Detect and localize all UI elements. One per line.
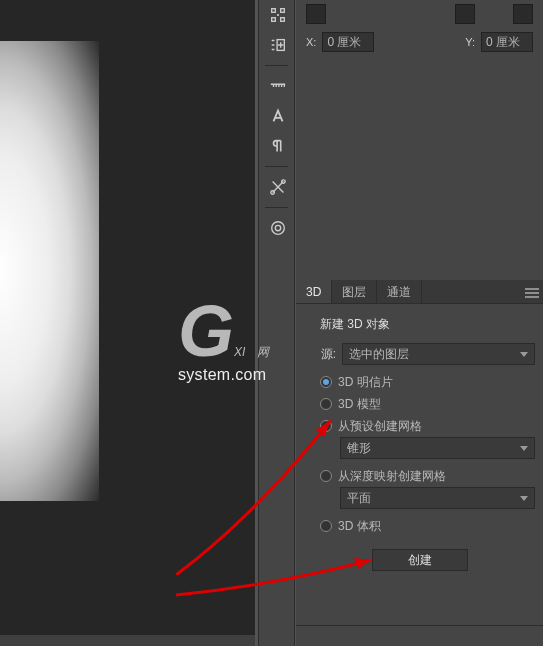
panel-tabs: 3D 图层 通道 bbox=[296, 280, 543, 304]
svg-rect-3 bbox=[280, 9, 284, 13]
tab-channels[interactable]: 通道 bbox=[377, 280, 422, 303]
y-label: Y: bbox=[465, 36, 475, 48]
radio-mesh-depth[interactable] bbox=[320, 470, 332, 482]
canvas-area[interactable] bbox=[0, 0, 255, 635]
panel-menu-icon[interactable] bbox=[525, 287, 539, 301]
radio-mesh-preset-label: 从预设创建网格 bbox=[338, 418, 422, 435]
svg-point-10 bbox=[275, 225, 280, 230]
radio-model-label: 3D 模型 bbox=[338, 396, 381, 413]
insert-spacing-icon[interactable] bbox=[259, 30, 296, 60]
x-label: X: bbox=[306, 36, 316, 48]
paragraph-rtl-icon[interactable] bbox=[259, 131, 296, 161]
source-select[interactable]: 选中的图层 bbox=[342, 343, 535, 365]
svg-point-9 bbox=[271, 222, 284, 235]
radio-mesh-depth-row[interactable]: 从深度映射创建网格 bbox=[304, 465, 535, 487]
preset-select[interactable]: 锥形 bbox=[340, 437, 535, 459]
3d-panel-body: 新建 3D 对象 源: 选中的图层 3D 明信片 3D 模型 从预设创建网格 锥… bbox=[296, 304, 543, 579]
status-bar bbox=[0, 635, 255, 646]
svg-rect-4 bbox=[271, 18, 275, 22]
top-field-2[interactable] bbox=[455, 4, 475, 24]
ruler-icon[interactable] bbox=[259, 71, 296, 101]
tab-layers[interactable]: 图层 bbox=[332, 280, 377, 303]
radio-model[interactable] bbox=[320, 398, 332, 410]
distribute-icon[interactable] bbox=[259, 0, 296, 30]
svg-rect-2 bbox=[271, 9, 275, 13]
properties-panel: X: 0 厘米 Y: 0 厘米 3D 图层 通道 新建 3D 对象 源: 选中的… bbox=[296, 0, 543, 646]
radio-postcard[interactable] bbox=[320, 376, 332, 388]
radio-volume-label: 3D 体积 bbox=[338, 518, 381, 535]
depth-select[interactable]: 平面 bbox=[340, 487, 535, 509]
top-field-1[interactable] bbox=[306, 4, 326, 24]
section-heading: 新建 3D 对象 bbox=[320, 316, 535, 333]
x-input[interactable]: 0 厘米 bbox=[322, 32, 374, 52]
cc-icon[interactable] bbox=[259, 213, 296, 243]
radio-model-row[interactable]: 3D 模型 bbox=[304, 393, 535, 415]
top-field-3[interactable] bbox=[513, 4, 533, 24]
tool-column bbox=[258, 0, 295, 646]
radio-volume-row[interactable]: 3D 体积 bbox=[304, 515, 535, 537]
svg-point-7 bbox=[281, 180, 285, 184]
tab-3d[interactable]: 3D bbox=[296, 280, 332, 303]
y-input[interactable]: 0 厘米 bbox=[481, 32, 533, 52]
radio-mesh-depth-label: 从深度映射创建网格 bbox=[338, 468, 446, 485]
svg-point-8 bbox=[270, 191, 274, 195]
character-top-area: X: 0 厘米 Y: 0 厘米 bbox=[296, 0, 543, 80]
source-label: 源: bbox=[304, 346, 336, 363]
radio-volume[interactable] bbox=[320, 520, 332, 532]
radio-postcard-label: 3D 明信片 bbox=[338, 374, 393, 391]
panel-divider bbox=[296, 625, 543, 626]
tools-crossed-icon[interactable] bbox=[259, 172, 296, 202]
radio-mesh-preset[interactable] bbox=[320, 420, 332, 432]
radio-postcard-row[interactable]: 3D 明信片 bbox=[304, 371, 535, 393]
radio-mesh-preset-row[interactable]: 从预设创建网格 bbox=[304, 415, 535, 437]
character-icon[interactable] bbox=[259, 101, 296, 131]
svg-rect-5 bbox=[280, 18, 284, 22]
create-button[interactable]: 创建 bbox=[372, 549, 468, 571]
